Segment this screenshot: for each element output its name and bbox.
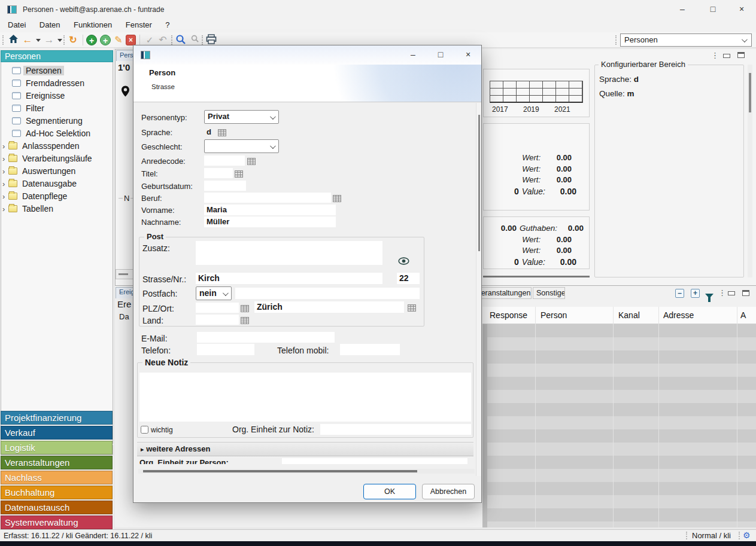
- plz-input[interactable]: [196, 303, 239, 313]
- postfach-nr-input[interactable]: [235, 288, 420, 299]
- collapse-all-icon[interactable]: –: [675, 289, 684, 298]
- panel-vertical-scrollbar[interactable]: [748, 65, 752, 277]
- lookup-table-icon[interactable]: [241, 316, 249, 323]
- dialog-maximize-button[interactable]: □: [428, 45, 453, 65]
- vorname-input[interactable]: Maria: [204, 205, 336, 215]
- module-logistik[interactable]: Logistik: [1, 441, 113, 455]
- panel-minimize-icon[interactable]: [728, 291, 735, 295]
- column-header-response[interactable]: Response: [490, 310, 527, 320]
- panel-minimize-icon[interactable]: [723, 54, 730, 58]
- email-input[interactable]: [197, 332, 335, 343]
- toolbar-grip[interactable]: [202, 35, 204, 45]
- lookup-table-icon[interactable]: [408, 303, 416, 310]
- forward-icon[interactable]: →: [43, 34, 55, 46]
- nachname-input[interactable]: Müller: [204, 216, 336, 227]
- lookup-table-icon[interactable]: [333, 194, 341, 201]
- column-header-adresse[interactable]: Adresse: [663, 310, 694, 320]
- expand-arrow-icon[interactable]: ›: [2, 166, 8, 178]
- wichtig-checkbox[interactable]: [141, 426, 148, 434]
- window-maximize-button[interactable]: □: [699, 0, 727, 19]
- tree-item-datenpflege[interactable]: › Datenpflege: [2, 190, 111, 202]
- telefon-input[interactable]: [197, 344, 254, 355]
- tree-item-ereignisse[interactable]: Ereignisse: [2, 90, 111, 102]
- column-header-a[interactable]: A: [740, 310, 746, 320]
- confirm-check-icon[interactable]: ✓: [144, 34, 156, 46]
- tab-personen-detail[interactable]: Pers: [116, 50, 134, 61]
- tree-item-anlassspenden[interactable]: › Anlassspenden: [2, 140, 111, 152]
- dialog-minimize-button[interactable]: –: [400, 45, 426, 65]
- window-close-button[interactable]: ×: [728, 0, 755, 19]
- lookup-table-icon[interactable]: [235, 169, 243, 176]
- lookup-table-icon[interactable]: [241, 304, 249, 311]
- edit-pencil-icon[interactable]: ✎: [113, 34, 125, 46]
- tree-item-fremdadressen[interactable]: Fremdadressen: [2, 77, 111, 89]
- postfach-select[interactable]: nein: [196, 286, 232, 300]
- back-icon[interactable]: ←: [22, 34, 34, 46]
- toolbar-grip[interactable]: [171, 35, 173, 45]
- notiz-textarea[interactable]: [139, 373, 471, 422]
- scrollbar-thumb[interactable]: [749, 73, 751, 112]
- tree-item-tabellen[interactable]: › Tabellen: [2, 203, 111, 215]
- anredecode-input[interactable]: [204, 155, 245, 166]
- tree-item-filter[interactable]: Filter: [2, 102, 111, 114]
- module-nachlass[interactable]: Nachlass: [1, 471, 113, 484]
- delete-trash-icon[interactable]: ×: [126, 35, 136, 45]
- clipped-row-input[interactable]: [282, 458, 467, 464]
- scrollbar-thumb[interactable]: [478, 115, 480, 251]
- dialog-close-button[interactable]: ×: [456, 45, 481, 65]
- module-verkauf[interactable]: Verkauf: [1, 426, 113, 440]
- ok-button[interactable]: OK: [363, 484, 416, 499]
- tab-sonstige[interactable]: Sonstige: [533, 287, 565, 299]
- menu-daten[interactable]: Daten: [34, 19, 66, 30]
- column-header-kanal[interactable]: Kanal: [618, 310, 640, 320]
- tree-item-auswertungen[interactable]: › Auswertungen: [2, 165, 111, 177]
- menu-fenster[interactable]: Fenster: [120, 19, 157, 30]
- lookup-table-icon[interactable]: [218, 128, 226, 135]
- toolbar-grip[interactable]: [2, 35, 4, 45]
- beruf-input[interactable]: [204, 193, 331, 203]
- panel-maximize-icon[interactable]: [742, 290, 749, 296]
- titel-input[interactable]: [204, 168, 233, 178]
- eye-icon[interactable]: [398, 257, 409, 267]
- zusatz-textarea[interactable]: [196, 241, 382, 265]
- menu-datei[interactable]: Datei: [2, 19, 31, 30]
- panel-menu-dots-icon[interactable]: ⋮: [718, 288, 726, 297]
- window-minimize-button[interactable]: –: [669, 0, 696, 19]
- add-special-icon[interactable]: +: [100, 35, 111, 45]
- personentyp-select[interactable]: Privat: [204, 110, 279, 124]
- settings-gear-icon[interactable]: ⚙: [743, 530, 751, 540]
- expand-arrow-icon[interactable]: ›: [2, 153, 8, 165]
- panel-scrollbar-thumb[interactable]: [483, 276, 590, 277]
- filter-funnel-icon[interactable]: [705, 294, 714, 298]
- geschlecht-select[interactable]: [204, 139, 279, 153]
- menu-help[interactable]: ?: [160, 19, 175, 30]
- tree-item-verarbeitungslaeufe[interactable]: › Verarbeitungsläufe: [2, 152, 111, 164]
- dialog-vertical-scrollbar[interactable]: [476, 103, 481, 476]
- expand-arrow-icon[interactable]: ›: [2, 203, 8, 215]
- weitere-adressen-expander[interactable]: ▸ weitere Adressen: [137, 442, 473, 456]
- hausnummer-input[interactable]: 22: [397, 273, 420, 284]
- workspace-selector[interactable]: Personen: [620, 33, 752, 47]
- refresh-icon[interactable]: ↻: [67, 34, 79, 46]
- module-veranstaltungen[interactable]: Veranstaltungen: [1, 456, 113, 469]
- back-history-caret-icon[interactable]: [36, 39, 41, 42]
- toolbar-grip[interactable]: [63, 35, 65, 45]
- scrollbar-thumb[interactable]: [143, 470, 417, 472]
- home-icon[interactable]: [7, 34, 19, 46]
- scrollbar-thumb[interactable]: [119, 273, 128, 275]
- undo-icon[interactable]: ↶: [157, 34, 169, 46]
- cancel-button[interactable]: Abbrechen: [422, 484, 475, 499]
- dialog-horizontal-scrollbar[interactable]: [138, 469, 475, 474]
- expand-arrow-icon[interactable]: ›: [2, 141, 8, 152]
- lookup-table-icon[interactable]: [247, 157, 256, 164]
- tree-item-segmentierung[interactable]: Segmentierung: [2, 115, 111, 127]
- tree-item-adhoc-selektion[interactable]: Ad-Hoc Selektion: [2, 127, 111, 139]
- toolbar-grip[interactable]: [615, 35, 617, 45]
- expand-all-icon[interactable]: +: [691, 289, 700, 298]
- panel-horizontal-scrollbar[interactable]: [116, 269, 133, 279]
- column-header-person[interactable]: Person: [541, 310, 567, 320]
- forward-history-caret-icon[interactable]: [57, 39, 62, 42]
- org-einheit-notiz-input[interactable]: [320, 424, 471, 435]
- panel-maximize-icon[interactable]: [737, 52, 745, 58]
- panel-menu-dots-icon[interactable]: ⋮: [711, 51, 719, 60]
